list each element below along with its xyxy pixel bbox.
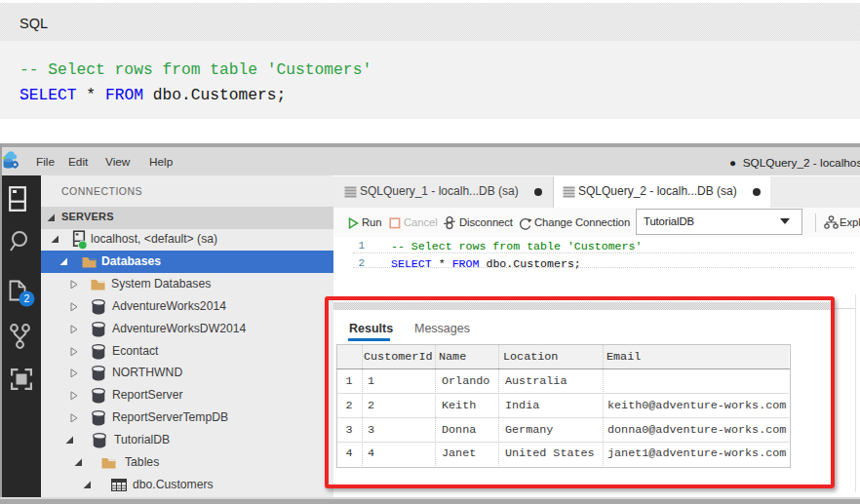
- svg-text:2: 2: [24, 292, 30, 304]
